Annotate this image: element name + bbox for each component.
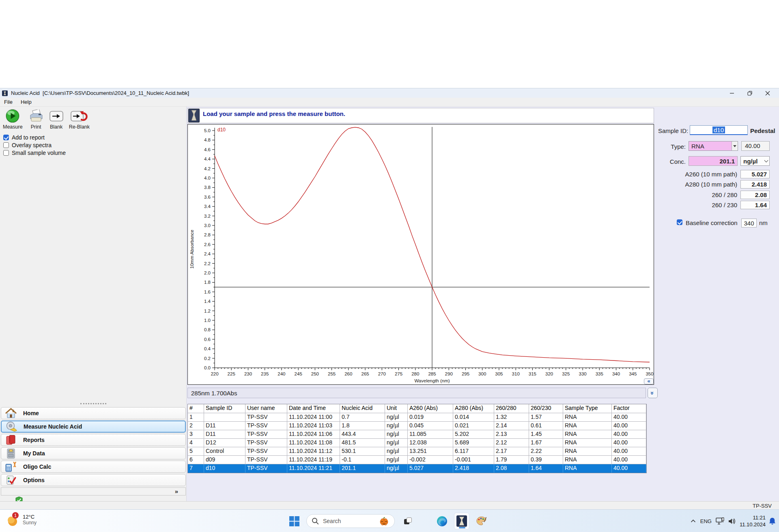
svg-text:335: 335 bbox=[596, 371, 603, 376]
table-cell: d10 bbox=[204, 464, 245, 473]
svg-text:230: 230 bbox=[244, 371, 252, 376]
table-cell: 13.251 bbox=[408, 447, 453, 456]
svg-text:Wavelength (nm): Wavelength (nm) bbox=[414, 378, 450, 383]
search-input[interactable]: Search bbox=[306, 514, 395, 528]
chart-collapse-button[interactable]: « bbox=[644, 378, 654, 384]
column-header[interactable]: A260 (Abs) bbox=[408, 404, 453, 413]
restore-button[interactable] bbox=[741, 88, 759, 98]
minimize-button[interactable] bbox=[723, 88, 741, 98]
content-area: Load your sample and press the measure b… bbox=[187, 107, 779, 501]
option-label: Overlay spectra bbox=[12, 142, 52, 148]
menu-file[interactable]: File bbox=[0, 98, 17, 106]
table-cell: 1.45 bbox=[529, 430, 563, 439]
table-row[interactable]: 2D11TP-SSV11.10.2024 11:031.8ng/µl0.0450… bbox=[188, 422, 646, 430]
measure-button[interactable]: Measure bbox=[2, 107, 24, 131]
svg-text:260: 260 bbox=[344, 371, 352, 376]
metric-value: 2.08 bbox=[740, 191, 770, 199]
window-controls bbox=[723, 88, 777, 98]
sidebar-item-my-data[interactable]: My Data bbox=[1, 447, 186, 459]
svg-text:1.0: 1.0 bbox=[204, 318, 211, 323]
metric-label: 260 / 230 bbox=[654, 202, 737, 208]
table-header-row: #Sample IDUser nameDate and TimeNucleic … bbox=[188, 404, 646, 413]
table-cell: 5 bbox=[188, 447, 204, 456]
task-view-button[interactable] bbox=[403, 516, 413, 526]
option-overlay-spectra[interactable]: Overlay spectra bbox=[3, 141, 66, 149]
table-row[interactable]: 7d10TP-SSV11.10.2024 11:21201.1ng/µl5.02… bbox=[188, 464, 646, 473]
baseline-checkbox[interactable] bbox=[677, 219, 682, 225]
sidebar-collapse-button[interactable]: » bbox=[1, 487, 186, 496]
baseline-wavelength-input[interactable]: 340 bbox=[741, 219, 757, 227]
column-header[interactable]: Nucleic Acid bbox=[340, 404, 385, 413]
svg-text:340: 340 bbox=[612, 371, 620, 376]
network-icon[interactable] bbox=[716, 517, 725, 525]
edge-browser-icon[interactable] bbox=[437, 516, 448, 527]
table-row[interactable]: 5ControlTP-SSV11.10.2024 11:12530.1ng/µl… bbox=[188, 447, 646, 456]
metric-label: A260 (10 mm path) bbox=[654, 171, 737, 178]
column-header[interactable]: Date and Time bbox=[287, 404, 340, 413]
column-header[interactable]: User name bbox=[245, 404, 287, 413]
start-button[interactable] bbox=[289, 516, 300, 527]
table-cell: 2.418 bbox=[453, 464, 494, 473]
paint-app-icon[interactable] bbox=[476, 516, 487, 527]
column-header[interactable]: Factor bbox=[612, 404, 646, 413]
table-row[interactable]: 6d09TP-SSV11.10.2024 11:19-0.1ng/µl-0.00… bbox=[188, 456, 646, 464]
weather-widget[interactable]: 1 12°C Sunny bbox=[6, 511, 37, 528]
results-table: #Sample IDUser nameDate and TimeNucleic … bbox=[187, 404, 647, 473]
table-cell: 5.689 bbox=[453, 439, 494, 447]
sidebar-item-label: Measure Nucleic Acid bbox=[24, 423, 82, 430]
speaker-icon[interactable] bbox=[728, 518, 736, 525]
sample-id-input[interactable]: d10 bbox=[690, 125, 748, 135]
sidebar-item-label: My Data bbox=[23, 450, 45, 457]
sidebar-item-options[interactable]: Options bbox=[1, 474, 186, 486]
sidebar-item-reports[interactable]: Reports bbox=[1, 434, 186, 446]
checkbox[interactable] bbox=[3, 150, 9, 156]
toolbar-label: Re-Blank bbox=[69, 124, 90, 130]
chevron-down-icon bbox=[732, 142, 738, 150]
menu-help[interactable]: Help bbox=[17, 98, 36, 106]
column-header[interactable]: Unit bbox=[385, 404, 408, 413]
column-header[interactable]: Sample Type bbox=[563, 404, 612, 413]
chevron-up-icon[interactable] bbox=[690, 519, 696, 523]
titlebar: Nucleic Acid [C:\Users\TP-SSV\Documents\… bbox=[0, 88, 779, 98]
table-cell: 11.10.2024 11:12 bbox=[287, 447, 340, 456]
splitter-handle[interactable] bbox=[0, 402, 187, 405]
notification-bell-icon[interactable] bbox=[769, 517, 776, 525]
conc-label: Conc. bbox=[654, 158, 686, 165]
svg-text:285: 285 bbox=[428, 371, 436, 376]
column-header[interactable]: Sample ID bbox=[204, 404, 245, 413]
table-cell: TP-SSV bbox=[245, 439, 287, 447]
reblank-button[interactable]: Re-Blank bbox=[68, 107, 91, 131]
metric-label: 260 / 280 bbox=[654, 191, 737, 198]
readout-expand-button[interactable]: » bbox=[648, 388, 658, 398]
blank-button[interactable]: Blank bbox=[48, 107, 65, 131]
metric-label: A280 (10 mm path) bbox=[654, 181, 737, 188]
sidebar-item-home[interactable]: Home bbox=[1, 407, 186, 419]
checkbox[interactable] bbox=[3, 142, 9, 148]
svg-text:2.6: 2.6 bbox=[204, 242, 211, 247]
clock[interactable]: 11:21 11.10.2024 bbox=[740, 514, 766, 528]
print-button[interactable]: Print bbox=[27, 107, 45, 131]
option-small-sample-volume[interactable]: Small sample volume bbox=[3, 149, 66, 157]
conc-unit-dropdown[interactable]: ng/µl bbox=[740, 156, 770, 166]
table-cell: RNA bbox=[563, 464, 612, 473]
checkbox[interactable] bbox=[3, 135, 9, 140]
table-row[interactable]: 4D12TP-SSV11.10.2024 11:08481.5ng/µl12.0… bbox=[188, 439, 646, 447]
column-header[interactable]: 260/280 bbox=[494, 404, 529, 413]
sidebar-item-oligo-calc[interactable]: Oligo Calc bbox=[1, 461, 186, 473]
table-row[interactable]: 1TP-SSV11.10.2024 11:000.7ng/µl0.0190.01… bbox=[188, 413, 646, 422]
spectrum-chart[interactable]: 0.00.20.40.60.81.01.21.41.61.82.02.22.42… bbox=[187, 124, 654, 385]
type-dropdown[interactable]: RNA bbox=[689, 141, 738, 151]
table-cell: 40.00 bbox=[612, 456, 646, 464]
option-add-to-report[interactable]: Add to report bbox=[3, 133, 66, 141]
column-header[interactable]: # bbox=[188, 404, 204, 413]
spectrum-plot[interactable]: 0.00.20.40.60.81.01.21.41.61.82.02.22.42… bbox=[188, 124, 654, 384]
nanodrop-app-icon[interactable] bbox=[454, 513, 469, 530]
table-row[interactable]: 3D11TP-SSV11.10.2024 11:06443.4ng/µl11.0… bbox=[188, 430, 646, 439]
language-indicator[interactable]: ENG bbox=[700, 518, 712, 524]
column-header[interactable]: A280 (Abs) bbox=[453, 404, 494, 413]
table-cell: 2 bbox=[188, 422, 204, 430]
column-header[interactable]: 260/230 bbox=[529, 404, 563, 413]
close-button[interactable] bbox=[759, 88, 777, 98]
sidebar-item-measure-nucleic-acid[interactable]: Measure Nucleic Acid bbox=[1, 420, 186, 433]
svg-text:2.4: 2.4 bbox=[204, 251, 211, 256]
